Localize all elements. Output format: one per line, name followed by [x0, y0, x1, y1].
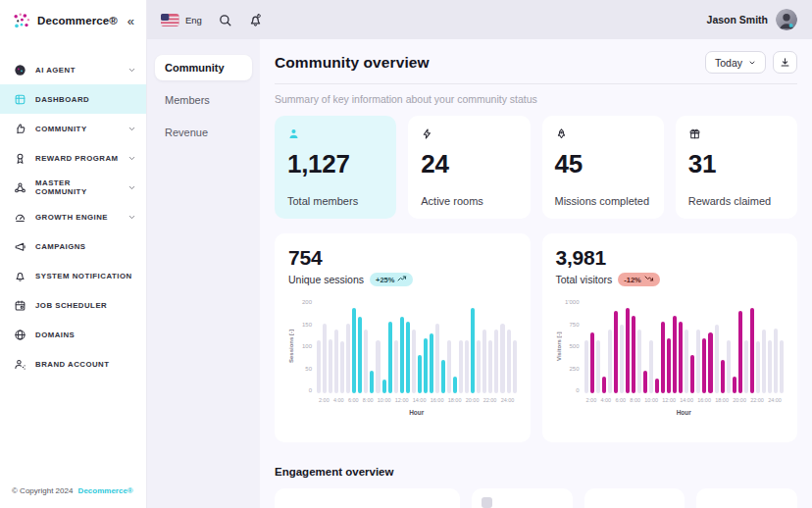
bar — [756, 341, 760, 393]
bar — [733, 377, 736, 393]
subnav-item-revenue[interactable]: Revenue — [155, 120, 252, 145]
bar — [430, 333, 433, 393]
stat-value: 24 — [421, 149, 517, 179]
subnav-item-community[interactable]: Community — [155, 55, 252, 80]
bar — [685, 330, 688, 393]
x-tick: 16:00 — [697, 397, 711, 403]
bar — [317, 340, 321, 393]
chart-label: Total visitors — [556, 274, 613, 285]
stat-card: 45Missions completed — [542, 116, 664, 219]
bar — [727, 340, 731, 393]
bar — [602, 377, 606, 393]
period-select-button[interactable]: Today — [705, 51, 766, 74]
sidebar-item-ai-agent[interactable]: AI AGENT — [0, 55, 146, 84]
y-tick: 200 — [302, 299, 312, 305]
sidebar-item-label: JOB SCHEDULER — [35, 301, 136, 310]
bar — [667, 338, 671, 393]
y-axis-ticks: 200150100500 — [296, 299, 312, 393]
period-label: Today — [715, 57, 742, 69]
bar — [632, 316, 635, 393]
stat-label: Total members — [287, 195, 383, 207]
search-icon[interactable] — [218, 13, 232, 27]
sidebar-item-brand-account[interactable]: BRAND ACCOUNT — [0, 349, 146, 379]
bar — [744, 340, 748, 393]
bar — [750, 308, 754, 393]
sidebar-item-reward-program[interactable]: REWARD PROGRAM — [0, 143, 146, 173]
x-tick: 6:00 — [348, 397, 359, 403]
bar — [637, 330, 641, 393]
sidebar-item-job-scheduler[interactable]: JOB SCHEDULER — [0, 290, 146, 320]
sidebar-collapse-button[interactable]: « — [126, 15, 136, 27]
bar — [453, 377, 457, 393]
x-tick: 10:00 — [378, 397, 391, 403]
sidebar-item-domains[interactable]: DOMAINS — [0, 320, 146, 349]
page-subtitle: Summary of key information about your co… — [275, 84, 797, 105]
bar — [643, 371, 647, 393]
brand-account-icon — [14, 358, 26, 371]
x-tick: 22:00 — [750, 397, 764, 403]
x-tick: 20:00 — [466, 397, 480, 403]
bar — [626, 308, 630, 393]
bar — [513, 340, 517, 393]
bar — [376, 340, 380, 393]
bar — [382, 380, 386, 393]
stat-value: 31 — [688, 149, 785, 179]
sidebar-nav: AI AGENTDASHBOARDCOMMUNITYREWARD PROGRAM… — [0, 55, 146, 486]
charts-row: 754Unique sessions+25%Sessions [-]200150… — [275, 233, 797, 442]
domains-icon — [14, 329, 26, 341]
download-icon — [780, 57, 790, 68]
bar — [762, 330, 766, 393]
user-menu[interactable]: Jason Smith — [707, 9, 797, 30]
engagement-card — [275, 488, 460, 508]
bar — [708, 332, 712, 393]
engagement-card — [584, 488, 685, 508]
bar — [608, 330, 612, 393]
sidebar-item-dashboard[interactable]: DASHBOARD — [0, 84, 146, 114]
bar — [406, 322, 410, 393]
chart-subrow: Unique sessions+25% — [288, 273, 517, 286]
bar — [471, 308, 475, 393]
toolbar: Today — [705, 51, 797, 74]
y-axis-label: Sessions [-] — [288, 299, 294, 393]
x-tick: 8:00 — [363, 397, 374, 403]
x-tick: 20:00 — [733, 397, 746, 403]
sidebar-item-master-community[interactable]: MASTER COMMUNITY — [0, 173, 146, 202]
trend-up-icon — [397, 275, 407, 284]
change-value: +25% — [376, 276, 394, 284]
chart-plot: Sessions [-]2001501005002:004:006:008:00… — [288, 299, 517, 416]
chart-total-value: 3,981 — [556, 246, 785, 270]
bar — [690, 355, 694, 393]
chart-total-value: 754 — [288, 246, 517, 270]
sidebar-item-label: DASHBOARD — [35, 95, 136, 104]
copyright-brand-link[interactable]: Decommerce® — [78, 486, 133, 495]
bar — [346, 324, 350, 393]
bar — [400, 317, 404, 393]
y-axis-label: Visitors [-] — [556, 299, 562, 393]
bar — [590, 332, 594, 393]
y-tick: 0 — [309, 387, 312, 393]
chart-card-unique-sessions: 754Unique sessions+25%Sessions [-]200150… — [275, 233, 531, 442]
y-tick: 250 — [569, 366, 579, 372]
bars — [584, 299, 785, 393]
y-tick: 100 — [302, 343, 312, 349]
sidebar-item-growth-engine[interactable]: GROWTH ENGINE — [0, 202, 146, 231]
bar — [596, 340, 600, 393]
sidebar-item-campaigns[interactable]: CAMPAIGNS — [0, 231, 146, 261]
sidebar: Decommerce® « AI AGENTDASHBOARDCOMMUNITY… — [0, 0, 147, 508]
chevron-down-icon — [127, 213, 136, 222]
sidebar-item-system-notification[interactable]: SYSTEM NOTIFICATION — [0, 261, 146, 290]
bar — [340, 341, 344, 393]
x-tick: 10:00 — [644, 397, 658, 403]
decommerce-logo-icon — [12, 11, 31, 30]
main-content: Community overview Today — [260, 39, 812, 508]
notifications-bell-icon[interactable] — [248, 13, 263, 27]
sidebar-item-community[interactable]: COMMUNITY — [0, 114, 146, 143]
download-button[interactable] — [773, 51, 797, 74]
language-selector[interactable]: Eng — [161, 14, 202, 26]
bar — [679, 322, 683, 393]
reward-icon — [14, 152, 26, 165]
subnav-item-members[interactable]: Members — [155, 87, 252, 113]
stat-value: 1,127 — [287, 149, 383, 179]
logo-row: Decommerce® « — [0, 0, 146, 39]
x-tick: 2:00 — [319, 397, 330, 403]
